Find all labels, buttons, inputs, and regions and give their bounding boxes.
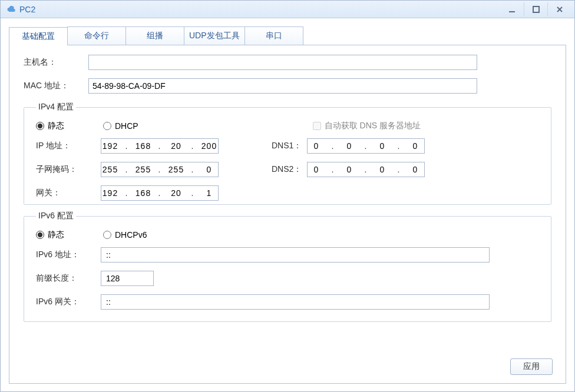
ip-octet: 0 [201,165,217,174]
ip-octet: 0 [407,141,424,151]
ip-octet: 0 [308,165,325,174]
dns2-input[interactable]: 0. 0. 0. 0 [307,162,425,177]
ipv6-prefix-row: 前缀长度： [36,271,539,286]
dot-sep: . [358,141,374,151]
dot-sep: . [151,188,168,198]
dot-sep: . [184,188,201,198]
gateway-label: 网关： [36,188,101,198]
ip-octet: 0 [374,141,391,151]
mask-input[interactable]: 255. 255. 255. 0 [101,162,219,177]
ipv6-addr-row: IPv6 地址： [36,247,539,263]
ipv6-addr-input[interactable] [101,247,490,263]
hostname-label: 主机名： [24,57,88,68]
radio-icon[interactable] [36,231,44,239]
ipv6-prefix-input[interactable] [101,271,154,286]
tab-bar: 基础配置 命令行 组播 UDP发包工具 串口 [9,26,566,45]
dot-sep: . [391,165,407,174]
ipv6-static-radio[interactable]: 静态 [36,230,64,240]
dot-sep: . [118,188,135,198]
tab-label: 组播 [147,31,163,40]
ipv6-addr-label: IPv6 地址： [36,250,101,260]
ip-octet: 0 [407,165,424,174]
tab-label: UDP发包工具 [189,31,240,40]
tab-label: 命令行 [84,31,109,40]
ip-octet: 255 [102,165,118,174]
ip-octet: 0 [308,141,325,151]
dot-sep: . [325,141,341,151]
mac-label: MAC 地址： [24,81,88,91]
ip-octet: 1 [201,188,217,198]
dot-sep: . [151,165,168,174]
titlebar: PC2 [1,1,574,18]
radio-icon[interactable] [103,122,111,130]
ipv4-legend: IPv4 配置 [36,102,76,112]
window-controls [500,2,571,16]
dot-sep: . [184,141,201,151]
minimize-button[interactable] [500,2,524,16]
ipv6-prefix-label: 前缀长度： [36,273,101,284]
checkbox-icon [313,122,321,130]
mask-label: 子网掩码： [36,164,101,175]
ipv6-gw-input[interactable] [101,294,490,310]
radio-label: 静态 [48,121,64,131]
svg-rect-1 [533,6,539,12]
ip-octet: 168 [135,188,151,198]
svg-rect-0 [509,11,515,12]
ipv4-dhcp-radio[interactable]: DHCP [103,121,138,131]
ip-octet: 0 [341,165,358,174]
ip-octet: 168 [135,141,151,151]
radio-label: 静态 [48,230,64,240]
radio-label: DHCP [115,121,138,131]
client-area: 基础配置 命令行 组播 UDP发包工具 串口 主机名： MAC 地址： IPv4… [1,18,574,391]
ipv4-group: IPv4 配置 静态 DHCP 自动获取 DNS 服务器地址 [24,102,551,205]
apply-button[interactable]: 应用 [510,358,553,375]
radio-icon[interactable] [36,122,44,130]
close-button[interactable] [547,2,571,16]
mac-row: MAC 地址： [24,78,551,94]
app-window: PC2 基础配置 命令行 组播 UDP发包工具 串口 主机名： MAC 地址： [0,0,575,392]
window-title: PC2 [19,5,500,14]
maximize-button[interactable] [524,2,547,16]
ipv4-mode-row: 静态 DHCP 自动获取 DNS 服务器地址 [36,121,539,131]
radio-label: DHCPv6 [115,230,147,240]
tab-basic-config[interactable]: 基础配置 [9,27,68,45]
ip-octet: 0 [341,141,358,151]
dot-sep: . [118,141,135,151]
gateway-input[interactable]: 192. 168. 20. 1 [101,185,219,201]
hostname-input[interactable] [88,55,477,70]
dot-sep: . [118,165,135,174]
tab-label: 串口 [266,31,282,40]
dot-sep: . [391,141,407,151]
ip-input[interactable]: 192. 168. 20. 200 [101,138,219,154]
ipv6-dhcpv6-radio[interactable]: DHCPv6 [103,230,147,240]
ipv4-grid: IP 地址： 192. 168. 20. 200 DNS1： 0. 0. 0. … [36,138,539,201]
ip-label: IP 地址： [36,141,101,151]
ipv6-gw-row: IPv6 网关： [36,294,539,310]
ip-octet: 200 [201,141,217,151]
dns1-input[interactable]: 0. 0. 0. 0 [307,138,425,154]
dot-sep: . [325,165,341,174]
checkbox-label: 自动获取 DNS 服务器地址 [325,121,421,131]
tab-multicast[interactable]: 组播 [125,26,184,45]
auto-dns-checkbox[interactable]: 自动获取 DNS 服务器地址 [313,121,421,131]
ip-octet: 192 [102,141,118,151]
ipv4-static-radio[interactable]: 静态 [36,121,64,131]
dot-sep: . [184,165,201,174]
tab-serial[interactable]: 串口 [244,26,303,45]
dot-sep: . [358,165,374,174]
tab-cli[interactable]: 命令行 [67,26,126,45]
panel-basic-config: 主机名： MAC 地址： IPv4 配置 静态 DHCP [9,45,566,384]
ip-octet: 255 [168,165,184,174]
ip-octet: 0 [374,165,391,174]
radio-icon[interactable] [103,231,111,239]
button-label: 应用 [523,361,540,371]
hostname-row: 主机名： [24,55,551,70]
ipv6-gw-label: IPv6 网关： [36,297,101,307]
mac-input[interactable] [88,78,477,94]
ip-octet: 20 [168,188,184,198]
dns1-label: DNS1： [272,141,307,151]
tab-udp-tool[interactable]: UDP发包工具 [184,26,245,45]
dot-sep: . [151,141,168,151]
ipv6-group: IPv6 配置 静态 DHCPv6 IPv6 地址： [24,211,551,322]
ipv6-legend: IPv6 配置 [36,211,76,221]
